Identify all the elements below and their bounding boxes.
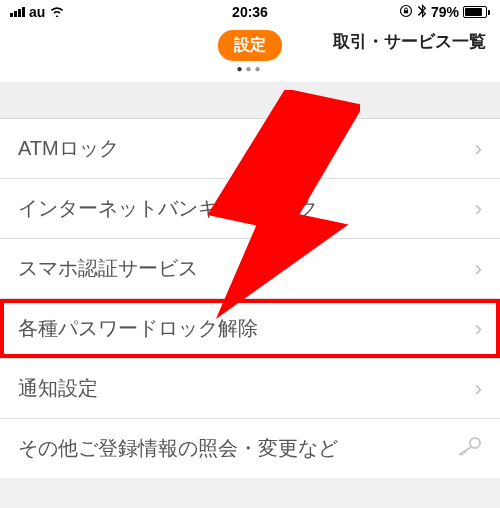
nav-header: 設定 取引・サービス一覧 [0,24,500,63]
status-left: au [10,4,65,20]
chevron-right-icon: › [475,376,482,402]
chevron-right-icon: › [475,196,482,222]
transactions-services-link[interactable]: 取引・サービス一覧 [333,30,486,53]
chevron-right-icon: › [475,136,482,162]
status-bar: au 20:36 79% [0,0,500,24]
clock: 20:36 [232,4,268,20]
list-item-smartphone-auth[interactable]: スマホ認証サービス › [0,238,500,298]
list-item-label: インターネットバンキングロック [18,195,318,222]
chevron-right-icon: › [475,316,482,342]
battery-percent: 79% [431,4,459,20]
wifi-icon [49,4,65,20]
list-item-label: 通知設定 [18,375,98,402]
list-item-notification-settings[interactable]: 通知設定 › [0,358,500,418]
list-item-atm-lock[interactable]: ATMロック › [0,118,500,178]
svg-point-1 [470,438,480,448]
key-icon [454,436,482,462]
settings-pill[interactable]: 設定 [218,30,282,61]
status-right: 79% [399,4,490,21]
signal-icon [10,7,25,17]
page-indicator: ●●● [0,63,500,82]
list-item-label: スマホ認証サービス [18,255,198,282]
list-item-internet-banking-lock[interactable]: インターネットバンキングロック › [0,178,500,238]
chevron-right-icon: › [475,256,482,282]
list-item-label: ATMロック [18,135,119,162]
orientation-lock-icon [399,4,413,21]
carrier-label: au [29,4,45,20]
battery-icon [463,6,490,18]
list-item-label: その他ご登録情報の照会・変更など [18,435,338,462]
list-item-label: 各種パスワードロック解除 [18,315,258,342]
bluetooth-icon [417,4,427,21]
section-spacer [0,82,500,118]
list-item-other-registration-info[interactable]: その他ご登録情報の照会・変更など [0,418,500,478]
list-item-password-unlock[interactable]: 各種パスワードロック解除 › [0,298,500,358]
